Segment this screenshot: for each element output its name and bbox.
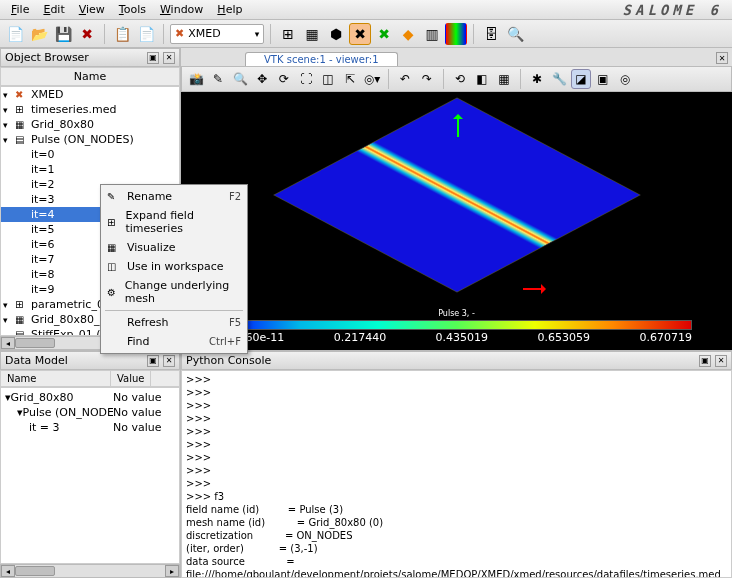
module-btn-6[interactable]: ◆ [397,23,419,45]
open-icon[interactable]: 📂 [28,23,50,45]
ctx-visualize[interactable]: ▦Visualize [101,238,247,257]
close-pane-icon[interactable]: ✕ [163,355,175,367]
console-label: Python Console [186,354,271,367]
tool-d-icon[interactable]: ◎ [615,69,635,89]
module-btn-3[interactable]: ⬢ [325,23,347,45]
view-pick-icon[interactable]: ⇱ [340,69,360,89]
new-icon[interactable]: 📄 [4,23,26,45]
module-btn-7[interactable]: ▥ [421,23,443,45]
colorbar: Pulse 3, - 3.0860e-110.2174400.4350190.6… [221,309,692,344]
copy-icon[interactable]: 📋 [111,23,133,45]
viewer-tab[interactable]: VTK scene:1 - viewer:1 [245,52,398,66]
trihedron-icon[interactable]: ✱ [527,69,547,89]
ctx-change-mesh[interactable]: ⚙Change underlying mesh [101,276,247,308]
snapshot-icon[interactable]: 📸 [186,69,206,89]
menubar: File Edit View Tools Window Help SALOME … [0,0,732,20]
axis-x-icon [523,288,545,290]
fitselect-icon[interactable]: ◫ [318,69,338,89]
paste-icon[interactable]: 📄 [135,23,157,45]
view-xy-icon[interactable]: ▦ [494,69,514,89]
dm-row[interactable]: it = 3No value [3,420,177,435]
scroll-thumb[interactable] [15,566,55,576]
colorbar-tick: 0.217440 [334,331,387,344]
module-btn-2[interactable]: ▦ [301,23,323,45]
save-icon[interactable]: 💾 [52,23,74,45]
viewport[interactable]: Pulse 3, - 3.0860e-110.2174400.4350190.6… [181,92,732,350]
refresh-icon[interactable]: 🔍 [504,23,526,45]
view-center-icon[interactable]: ◎▾ [362,69,382,89]
menu-edit[interactable]: Edit [36,1,71,18]
rename-icon: ✎ [107,191,121,202]
scroll-left-icon[interactable]: ◂ [1,337,15,349]
redo-view-icon[interactable]: ↷ [417,69,437,89]
viewer-close-icon[interactable]: ✕ [716,52,728,64]
tree-item[interactable]: it=1 [1,162,179,177]
data-model-body[interactable]: ▾Grid_80x80No value▾Pulse (ON_NODES)No v… [0,387,180,564]
axes-icon[interactable]: ◧ [472,69,492,89]
module-btn-4[interactable]: ✖ [349,23,371,45]
ctx-workspace[interactable]: ◫Use in workspace [101,257,247,276]
menu-tools[interactable]: Tools [112,1,153,18]
axis-y-icon [457,115,459,137]
python-console[interactable]: >>> >>> >>> >>> >>> >>> >>> >>> >>> >>> … [181,370,732,578]
object-browser-label: Object Browser [5,51,89,64]
colorbar-ticks: 3.0860e-110.2174400.4350190.6530590.6707… [221,330,692,344]
module-btn-1[interactable]: ⊞ [277,23,299,45]
dock-icon[interactable]: ▣ [147,355,159,367]
scroll-thumb[interactable] [15,338,55,348]
zoom-icon[interactable]: 🔍 [230,69,250,89]
dm-header-value: Value [111,371,151,386]
dm-header-name: Name [1,371,111,386]
tree-item[interactable]: ▾▤Pulse (ON_NODES) [1,132,179,147]
menu-view[interactable]: View [72,1,112,18]
close-pane-icon[interactable]: ✕ [163,52,175,64]
pan-icon[interactable]: ✥ [252,69,272,89]
tree-item[interactable]: it=0 [1,147,179,162]
tree-item[interactable]: ▾▦Grid_80x80 [1,117,179,132]
module-btn-5[interactable]: ✖ [373,23,395,45]
scroll-right-icon[interactable]: ▸ [165,565,179,577]
data-model-label: Data Model [5,354,68,367]
app-brand: SALOME 6 [623,2,728,18]
module-selector[interactable]: ✖ XMED ▾ [170,24,264,44]
colorbar-tick: 0.670719 [639,331,692,344]
expand-icon: ⊞ [107,217,120,228]
module-label: XMED [188,27,220,40]
dock-icon[interactable]: ▣ [699,355,711,367]
tool-a-icon[interactable]: 🔧 [549,69,569,89]
undo-view-icon[interactable]: ↶ [395,69,415,89]
dm-row[interactable]: ▾Pulse (ON_NODES)No value [3,405,177,420]
tree-item[interactable]: ▾⊞timeseries.med [1,102,179,117]
object-browser-title: Object Browser ▣ ✕ [0,48,180,67]
ctx-find[interactable]: FindCtrl+F [101,332,247,351]
style-icon[interactable]: ✎ [208,69,228,89]
dock-icon[interactable]: ▣ [147,52,159,64]
close-icon[interactable]: ✖ [76,23,98,45]
db-icon[interactable]: 🗄 [480,23,502,45]
scroll-left-icon[interactable]: ◂ [1,565,15,577]
menu-file[interactable]: File [4,1,36,18]
console-title: Python Console ▣ ✕ [181,351,732,370]
context-menu: ✎RenameF2 ⊞Expand field timeseries ▦Visu… [100,184,248,354]
tree-header: Name [0,67,180,86]
close-pane-icon[interactable]: ✕ [715,355,727,367]
module-btn-8[interactable] [445,23,467,45]
rotate-icon[interactable]: ⟳ [274,69,294,89]
tool-b-icon[interactable]: ◪ [571,69,591,89]
ctx-expand[interactable]: ⊞Expand field timeseries [101,206,247,238]
menu-window[interactable]: Window [153,1,210,18]
tool-c-icon[interactable]: ▣ [593,69,613,89]
dm-hscroll[interactable]: ◂ ▸ [0,564,180,578]
reset-icon[interactable]: ⟲ [450,69,470,89]
colorbar-gradient [221,320,692,330]
dm-row[interactable]: ▾Grid_80x80No value [3,390,177,405]
menu-help[interactable]: Help [210,1,249,18]
tree-header-name: Name [5,70,175,83]
visualize-icon: ▦ [107,242,121,253]
main-toolbar: 📄 📂 💾 ✖ 📋 📄 ✖ XMED ▾ ⊞ ▦ ⬢ ✖ ✖ ◆ ▥ 🗄 🔍 [0,20,732,48]
fit-icon[interactable]: ⛶ [296,69,316,89]
tree-root[interactable]: ▾✖XMED [1,87,179,102]
colorbar-tick: 0.653059 [538,331,591,344]
ctx-refresh[interactable]: RefreshF5 [101,313,247,332]
ctx-rename[interactable]: ✎RenameF2 [101,187,247,206]
